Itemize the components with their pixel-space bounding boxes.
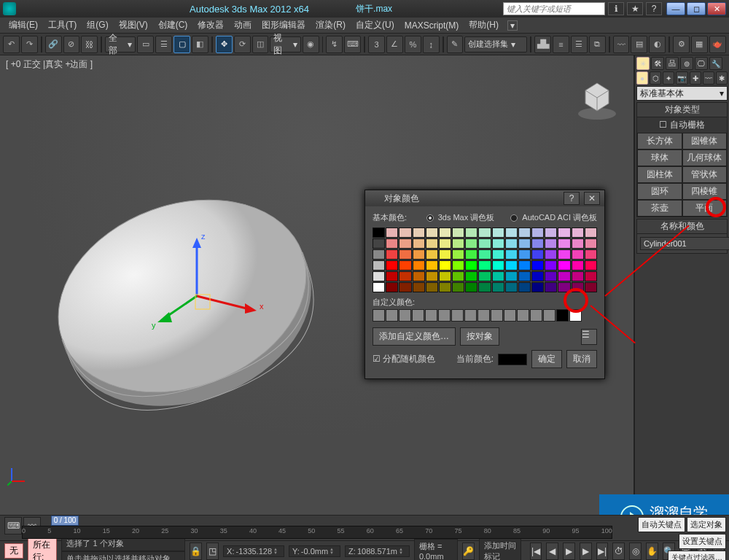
hierarchy-tab[interactable]: 品	[666, 57, 679, 70]
primitive-category-combo[interactable]: 标准基本体▾	[636, 86, 728, 101]
key-target-combo[interactable]: 选定对象	[687, 517, 726, 532]
custom-swatch[interactable]	[477, 309, 490, 322]
menu-modifiers[interactable]: 修改器	[193, 18, 228, 33]
mirror-button[interactable]: ▟▙	[534, 36, 551, 53]
palette-swatch[interactable]	[386, 249, 398, 260]
palette-swatch[interactable]	[531, 238, 544, 249]
palette-swatch[interactable]	[492, 238, 504, 249]
custom-swatch[interactable]	[451, 309, 464, 322]
palette-swatch[interactable]	[478, 282, 491, 292]
prim-tube[interactable]: 管状体	[682, 166, 728, 183]
menu-group[interactable]: 组(G)	[82, 18, 112, 33]
palette-swatch[interactable]	[545, 228, 557, 238]
time-tag-button[interactable]: 🔑	[462, 542, 475, 560]
palette-swatch[interactable]	[386, 260, 398, 271]
selection-set-combo[interactable]: 创建选择集▾	[464, 36, 527, 52]
palette-swatch[interactable]	[558, 249, 570, 260]
autokey-button[interactable]: 自动关键点	[638, 517, 685, 532]
palette-swatch[interactable]	[531, 228, 544, 238]
palette-swatch[interactable]	[452, 282, 464, 292]
palette-swatch[interactable]	[518, 228, 531, 238]
viewport-label[interactable]: [ +0 正交 |真实 +边面 ]	[6, 58, 93, 71]
palette-swatch[interactable]	[492, 249, 504, 260]
selection-filter-combo[interactable]: 全部▾	[105, 36, 136, 52]
palette-swatch[interactable]	[399, 228, 411, 238]
palette-swatch[interactable]	[465, 238, 477, 249]
custom-swatch[interactable]	[491, 309, 503, 322]
palette-swatch[interactable]	[373, 238, 385, 249]
next-frame-button[interactable]: ▶	[580, 542, 592, 560]
infocenter-icon[interactable]: ℹ	[608, 2, 624, 15]
align-button[interactable]: ≡	[553, 36, 569, 53]
palette-swatch[interactable]	[426, 282, 438, 292]
palette-swatch[interactable]	[518, 271, 531, 281]
palette-swatch[interactable]	[439, 282, 451, 292]
menu-edit[interactable]: 编辑(E)	[4, 18, 42, 33]
prim-pyramid[interactable]: 四棱锥	[682, 183, 728, 200]
palette-swatch[interactable]	[585, 238, 597, 249]
keyboard-button[interactable]: ⌨	[344, 36, 361, 53]
object-name-input[interactable]	[640, 237, 729, 250]
palette-swatch[interactable]	[465, 282, 477, 292]
angle-snap-button[interactable]: ∠	[386, 36, 403, 53]
radio-3dsmax-palette[interactable]	[426, 214, 434, 222]
ok-button[interactable]: 确定	[531, 350, 562, 368]
time-config-button[interactable]: ⏱	[612, 542, 625, 560]
dialog-close-button[interactable]: ✕	[584, 192, 600, 205]
time-tag-field[interactable]: 添加时间标记	[479, 538, 521, 561]
snap-button[interactable]: 3	[368, 36, 385, 53]
autogrid-checkbox[interactable]: ☐ 自动栅格	[637, 117, 727, 133]
schematic-button[interactable]: ▤	[631, 36, 647, 53]
menu-maxscript[interactable]: MAXScript(M)	[400, 19, 464, 32]
palette-swatch[interactable]	[413, 228, 425, 238]
custom-color-row[interactable]	[373, 309, 597, 322]
palette-swatch[interactable]	[505, 271, 518, 281]
palette-swatch[interactable]	[413, 260, 425, 271]
custom-swatch[interactable]	[399, 309, 411, 322]
prim-torus[interactable]: 圆环	[637, 183, 682, 200]
manipulate-button[interactable]: ↯	[326, 36, 343, 53]
palette-swatch[interactable]	[439, 249, 451, 260]
palette-swatch[interactable]	[452, 238, 464, 249]
palette-swatch[interactable]	[558, 238, 570, 249]
palette-swatch[interactable]	[465, 249, 477, 260]
menu-graph[interactable]: 图形编辑器	[257, 18, 310, 33]
percent-snap-button[interactable]: %	[405, 36, 421, 53]
palette-swatch[interactable]	[478, 249, 491, 260]
custom-swatch[interactable]	[386, 309, 398, 322]
spinner-snap-button[interactable]: ↨	[423, 36, 440, 53]
rotate-button[interactable]: ⟳	[234, 36, 251, 53]
palette-swatch[interactable]	[439, 260, 451, 271]
object-type-header[interactable]: 对象类型	[637, 103, 727, 117]
palette-swatch[interactable]	[585, 282, 597, 292]
palette-swatch[interactable]	[465, 271, 477, 281]
palette-swatch[interactable]	[386, 228, 398, 238]
menu-expand-button[interactable]: ▾	[507, 20, 518, 31]
palette-swatch[interactable]	[439, 271, 451, 281]
prim-sphere[interactable]: 球体	[637, 149, 682, 166]
assign-random-checkbox[interactable]: ☑ 分配随机颜色	[373, 353, 435, 365]
palette-swatch[interactable]	[518, 249, 531, 260]
palette-swatch[interactable]	[478, 271, 491, 281]
keyfilter-button[interactable]: 关键点过滤器…	[668, 551, 726, 560]
palette-swatch[interactable]	[518, 238, 531, 249]
palette-swatch[interactable]	[439, 228, 451, 238]
palette-swatch[interactable]	[465, 228, 477, 238]
prev-frame-button[interactable]: ◀	[546, 542, 558, 560]
palette-swatch[interactable]	[572, 260, 584, 271]
palette-swatch[interactable]	[558, 271, 570, 281]
select-name-button[interactable]: ☰	[155, 36, 172, 53]
toggle-trackbar-button[interactable]: ⌨	[4, 517, 22, 534]
prim-geosphere[interactable]: 几何球体	[682, 149, 728, 166]
palette-swatch[interactable]	[478, 228, 491, 238]
custom-swatch[interactable]	[504, 309, 516, 322]
transform-y-field[interactable]: Y:-0.0mm▲▼	[289, 545, 340, 557]
palette-swatch[interactable]	[426, 271, 438, 281]
close-button[interactable]: ✕	[707, 2, 726, 15]
bind-button[interactable]: ⛓	[81, 36, 98, 53]
palette-swatch[interactable]	[373, 260, 385, 271]
palette-swatch[interactable]	[492, 282, 504, 292]
cancel-button[interactable]: 取消	[566, 350, 597, 368]
setkey-button[interactable]: 设置关键点	[679, 534, 726, 549]
palette-swatch[interactable]	[531, 282, 544, 292]
